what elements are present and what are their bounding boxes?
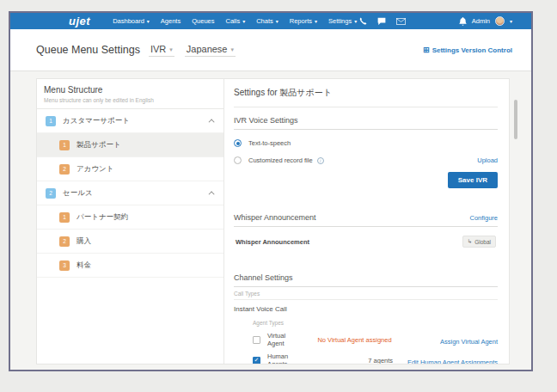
tree-item-product-support[interactable]: 1 製品サポート bbox=[37, 133, 223, 157]
virtual-agent-status: No Virtual Agent assigned bbox=[285, 336, 391, 344]
nav-item-agents[interactable]: Agents bbox=[161, 17, 181, 25]
menu-structure-sidebar: Menu Structure Menu structure can only b… bbox=[37, 79, 224, 364]
call-type-instant-voice-call: Instant Voice Call bbox=[234, 300, 498, 317]
tree-item-purchase[interactable]: 2 購入 bbox=[37, 230, 223, 254]
nav-menu: Dashboard ▾ Agents Queues Calls ▾ Chats … bbox=[113, 17, 357, 25]
customized-record-file-option[interactable]: Customized record file i bbox=[234, 156, 324, 164]
phone-icon[interactable] bbox=[359, 17, 367, 25]
tree-number-badge: 2 bbox=[59, 164, 70, 175]
app-window: ujet Dashboard ▾ Agents Queues Calls ▾ C… bbox=[9, 11, 533, 371]
tree-item-sales[interactable]: 2 セールス bbox=[37, 181, 223, 205]
tree-item-customer-support[interactable]: 1 カスタマーサポート bbox=[37, 109, 223, 133]
edit-human-agent-assignments-link[interactable]: Edit Human Agent Assignments bbox=[407, 358, 498, 364]
bell-icon[interactable] bbox=[459, 17, 467, 26]
settings-version-control-link[interactable]: ⊞ Settings Version Control bbox=[423, 46, 512, 54]
tree-number-badge: 2 bbox=[46, 188, 56, 199]
info-icon[interactable]: i bbox=[317, 157, 324, 164]
nav-communication-icons bbox=[359, 17, 406, 25]
tree-item-account[interactable]: 2 アカウント bbox=[37, 157, 223, 181]
tree-number-badge: 2 bbox=[59, 236, 70, 247]
whisper-announcement-row: Whisper Announcement ↳ Global bbox=[234, 227, 498, 248]
content-area: Menu Structure Menu structure can only b… bbox=[10, 71, 531, 370]
caret-down-icon: ▾ bbox=[354, 19, 357, 24]
tree-number-badge: 1 bbox=[46, 116, 56, 126]
settings-card: Menu Structure Menu structure can only b… bbox=[36, 78, 510, 364]
caret-down-icon: ▾ bbox=[147, 19, 150, 24]
call-types-label: Call Types bbox=[234, 287, 498, 300]
tree-item-pricing[interactable]: 3 料金 bbox=[37, 254, 223, 278]
human-agents-checkbox[interactable]: ✓ bbox=[253, 357, 260, 364]
caret-down-icon: ▾ bbox=[276, 19, 278, 24]
tree-number-badge: 1 bbox=[59, 140, 70, 150]
nav-item-calls[interactable]: Calls ▾ bbox=[225, 17, 245, 25]
sidebar-subtitle: Menu structure can only be edited in Eng… bbox=[44, 97, 215, 103]
sidebar-header: Menu Structure Menu structure can only b… bbox=[37, 79, 223, 109]
caret-down-icon: ▾ bbox=[231, 46, 235, 52]
radio-selected-icon[interactable] bbox=[234, 139, 242, 147]
radio-unselected-icon[interactable] bbox=[234, 156, 242, 164]
caret-down-icon: ▾ bbox=[242, 19, 245, 24]
sidebar-title: Menu Structure bbox=[44, 85, 215, 95]
virtual-agent-row: Virtual Agent No Virtual Agent assigned … bbox=[234, 329, 498, 350]
chevron-up-icon[interactable] bbox=[209, 191, 215, 197]
human-agents-status: 7 agents bbox=[288, 357, 393, 364]
settings-panel: Settings for 製品サポート IVR Voice Settings T… bbox=[224, 79, 509, 364]
whisper-announcement-section-header: Whisper Announcement Configure bbox=[234, 213, 498, 227]
menu-type-selector[interactable]: IVR ▾ bbox=[149, 43, 174, 57]
nav-item-dashboard[interactable]: Dashboard ▾ bbox=[113, 17, 150, 25]
assign-virtual-agent-link[interactable]: Assign Virtual Agent bbox=[440, 338, 498, 346]
nav-item-reports[interactable]: Reports ▾ bbox=[290, 17, 317, 25]
page-title: Queue Menu Settings bbox=[36, 44, 140, 56]
nav-user-area: Admin ▾ bbox=[459, 16, 512, 26]
virtual-agent-checkbox[interactable] bbox=[253, 336, 260, 344]
global-scope-badge: ↳ Global bbox=[462, 236, 496, 248]
vertical-scrollbar-thumb[interactable] bbox=[514, 100, 517, 139]
channel-settings-section-header: Channel Settings bbox=[234, 273, 498, 287]
mail-icon[interactable] bbox=[396, 18, 406, 25]
nav-item-queues[interactable]: Queues bbox=[192, 17, 214, 25]
caret-down-icon: ▾ bbox=[315, 19, 317, 24]
agent-types-label: Agent Types bbox=[234, 317, 498, 329]
customized-record-file-row: Customized record file i Upload bbox=[234, 156, 498, 164]
nav-item-settings[interactable]: Settings ▾ bbox=[328, 17, 357, 25]
nav-item-chats[interactable]: Chats ▾ bbox=[256, 17, 278, 25]
user-menu-caret-icon[interactable]: ▾ bbox=[510, 19, 512, 24]
chevron-up-icon[interactable] bbox=[209, 119, 215, 125]
ujet-logo: ujet bbox=[69, 15, 90, 27]
whisper-configure-link[interactable]: Configure bbox=[469, 214, 498, 222]
human-agents-row: ✓ Human Agents 7 agents Edit Human Agent… bbox=[234, 350, 498, 364]
upload-link[interactable]: Upload bbox=[477, 156, 498, 164]
language-selector[interactable]: Japanese ▾ bbox=[185, 43, 236, 57]
save-ivr-button[interactable]: Save IVR bbox=[448, 172, 498, 188]
admin-user-label[interactable]: Admin bbox=[472, 17, 490, 25]
text-to-speech-option[interactable]: Text-to-speech bbox=[234, 139, 498, 147]
chat-icon[interactable] bbox=[377, 17, 386, 25]
page-header: Queue Menu Settings IVR ▾ Japanese ▾ ⊞ S… bbox=[10, 29, 531, 71]
caret-down-icon: ▾ bbox=[169, 46, 173, 52]
tree-number-badge: 1 bbox=[59, 212, 70, 223]
save-row: Save IVR bbox=[234, 172, 498, 188]
settings-panel-title: Settings for 製品サポート bbox=[234, 79, 498, 107]
check-icon: ✓ bbox=[254, 357, 260, 364]
inherit-arrow-icon: ↳ bbox=[468, 238, 472, 245]
tree-item-partner-contract[interactable]: 1 パートナー契約 bbox=[37, 205, 223, 230]
tree-number-badge: 3 bbox=[59, 260, 70, 271]
ivr-voice-settings-section-header: IVR Voice Settings bbox=[234, 116, 498, 130]
user-avatar[interactable] bbox=[495, 16, 505, 26]
top-navbar: ujet Dashboard ▾ Agents Queues Calls ▾ C… bbox=[10, 13, 531, 29]
version-control-icon: ⊞ bbox=[423, 46, 430, 54]
